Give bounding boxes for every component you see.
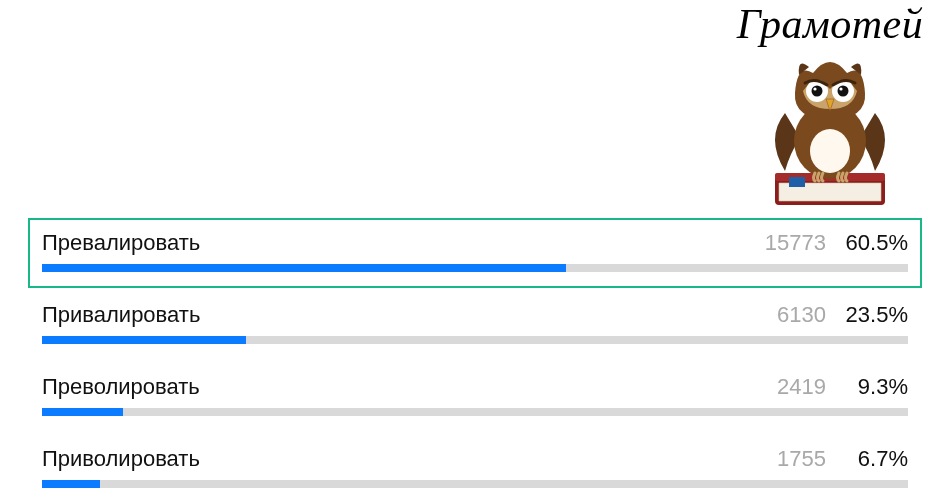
poll-option-percent: 60.5% (844, 230, 908, 256)
poll-option[interactable]: Преволировать 2419 9.3% (28, 362, 922, 432)
poll-option[interactable]: Привалировать 6130 23.5% (28, 290, 922, 360)
poll-option-row: Приволировать 1755 6.7% (42, 446, 908, 472)
poll-option-percent: 6.7% (844, 446, 908, 472)
progress-bar-fill (42, 264, 566, 272)
poll-option-row: Превалировать 15773 60.5% (42, 230, 908, 256)
poll-option[interactable]: Приволировать 1755 6.7% (28, 434, 922, 501)
svg-point-11 (839, 87, 842, 90)
progress-bar (42, 480, 908, 488)
poll-option-label: Преволировать (42, 374, 200, 400)
poll-option-count: 15773 (765, 230, 826, 256)
poll-option-stats: 15773 60.5% (765, 230, 908, 256)
poll-option-label: Привалировать (42, 302, 200, 328)
poll-option-count: 1755 (777, 446, 826, 472)
progress-bar-fill (42, 336, 246, 344)
progress-bar-fill (42, 480, 100, 488)
svg-rect-3 (789, 177, 805, 187)
poll-option[interactable]: Превалировать 15773 60.5% (28, 218, 922, 288)
progress-bar (42, 264, 908, 272)
svg-point-5 (810, 129, 850, 173)
poll-option-row: Преволировать 2419 9.3% (42, 374, 908, 400)
brand-header: Грамотей (720, 0, 940, 217)
poll-option-percent: 9.3% (844, 374, 908, 400)
poll-option-percent: 23.5% (844, 302, 908, 328)
poll-option-count: 6130 (777, 302, 826, 328)
svg-point-8 (812, 86, 823, 97)
svg-point-10 (813, 87, 816, 90)
progress-bar-fill (42, 408, 123, 416)
progress-bar (42, 408, 908, 416)
poll-option-row: Привалировать 6130 23.5% (42, 302, 908, 328)
poll-option-stats: 2419 9.3% (777, 374, 908, 400)
poll-option-label: Приволировать (42, 446, 200, 472)
progress-bar (42, 336, 908, 344)
svg-point-9 (838, 86, 849, 97)
poll-option-label: Превалировать (42, 230, 200, 256)
owl-on-book-icon (755, 43, 905, 213)
poll-option-count: 2419 (777, 374, 826, 400)
brand-title: Грамотей (720, 0, 940, 48)
poll-option-stats: 6130 23.5% (777, 302, 908, 328)
poll-option-stats: 1755 6.7% (777, 446, 908, 472)
poll-results: Превалировать 15773 60.5% Привалировать … (28, 218, 922, 501)
